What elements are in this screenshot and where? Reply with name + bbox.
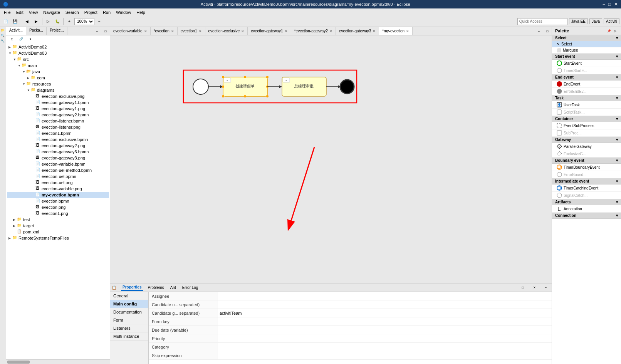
tab-evection-variable[interactable]: evection-variable ✕ [110, 27, 151, 35]
palette-item-event-subprocess[interactable]: EventSubProcess [552, 122, 621, 129]
tree-item-evection-uel-bpmn[interactable]: ▶ 📄 evection-uel.bpmn [7, 173, 109, 179]
close-icon[interactable]: ✕ [406, 29, 409, 33]
tree-item-target[interactable]: ▶ 📁 target [7, 223, 109, 229]
explorer-scrollbar[interactable] [6, 359, 110, 364]
handle-ml[interactable] [222, 86, 224, 88]
palette-section-connection[interactable]: Connection ▾ [552, 213, 621, 219]
tab-evection-gateway3[interactable]: evection-gateway3 ✕ [336, 27, 379, 35]
handle-tm[interactable] [244, 76, 246, 78]
palette-section-select[interactable]: Select ▾ [552, 35, 621, 41]
left-icon-1[interactable]: 📁 [1, 29, 5, 33]
minimize-button[interactable]: − [603, 2, 605, 7]
editor-minimize[interactable]: − [535, 27, 543, 35]
close-icon[interactable]: ✕ [373, 29, 376, 33]
menu-search[interactable]: Search [63, 10, 81, 15]
tree-item-evection-variable-png[interactable]: ▶ 🖼 evection-variable.png [7, 186, 109, 192]
priority-input[interactable] [220, 336, 550, 341]
close-icon[interactable]: ✕ [144, 29, 147, 33]
handle-bl[interactable] [222, 95, 224, 97]
properties-close[interactable]: ✕ [530, 283, 539, 292]
quick-access-input[interactable] [517, 18, 567, 25]
section-general[interactable]: General [110, 292, 148, 300]
palette-item-user-task[interactable]: 👤 UserTask [552, 101, 621, 109]
tree-item-evection-uel-method-bpmn[interactable]: ▶ 📄 evection-uel-method.bpmn [7, 167, 109, 173]
toolbar-back[interactable]: ◀ [23, 17, 31, 26]
palette-pin[interactable]: 📌 [606, 28, 612, 34]
tree-item-evection-gateway3-png[interactable]: ▶ 🖼 evection-gateway3.png [7, 155, 109, 161]
palette-item-end-event[interactable]: EndEvent [552, 81, 621, 88]
menu-project[interactable]: Project [82, 10, 100, 15]
toolbar-run[interactable]: ▷ [44, 17, 52, 26]
tab-my-evection[interactable]: *my-evection ✕ [379, 27, 413, 35]
prop-value-priority[interactable] [218, 334, 552, 342]
maximize-button[interactable]: □ [608, 2, 611, 7]
collapse-all[interactable]: ⊟ [8, 35, 16, 44]
toolbar-zoom-in[interactable]: + [65, 17, 74, 26]
palette-item-parallel-gateway[interactable]: + ParallelGateway [552, 143, 621, 150]
palette-section-gateway[interactable]: Gateway ▾ [552, 137, 621, 143]
palette-item-timer-catching[interactable]: TimerCatchingEvent [552, 185, 621, 192]
tab-evection-exclusive[interactable]: evection-exclusive ✕ [205, 27, 248, 35]
perspective-javaee[interactable]: Java EE [569, 18, 588, 24]
menu-help[interactable]: Help [134, 10, 148, 15]
close-button[interactable]: ✕ [614, 2, 618, 7]
tab-evection1[interactable]: evection1 ✕ [178, 27, 205, 35]
skip-expression-input[interactable] [220, 353, 550, 358]
editor-maximize[interactable]: □ [543, 27, 552, 35]
tree-item-evection-exclusive-bpmn[interactable]: ▶ 📄 evection-exclusive.bpmn [7, 136, 109, 143]
explorer-tab-projec[interactable]: Projec... [47, 27, 67, 35]
tree-item-pom-xml[interactable]: ▶ 📋 pom.xml [7, 229, 109, 235]
tree-item-com[interactable]: ▶ 📁 com [7, 75, 109, 81]
tree-item-evection-listener-png[interactable]: ▶ 🖼 evection-listener.png [7, 124, 109, 130]
palette-section-end-event[interactable]: End event ▾ [552, 74, 621, 81]
handle-bm[interactable] [244, 95, 246, 97]
tree-item-evection-listener-bpmn[interactable]: ▶ 📄 evection-listener.bpmn [7, 118, 109, 124]
palette-section-task[interactable]: Task ▾ [552, 95, 621, 101]
explorer-maximize[interactable]: □ [101, 27, 110, 35]
tab-evection[interactable]: *evection ✕ [151, 27, 178, 35]
tree-item-src[interactable]: ▼ 📁 src [7, 56, 109, 62]
candidate-u-input[interactable] [220, 302, 550, 307]
explorer-menu[interactable]: ▾ [26, 35, 35, 44]
perspective-activiti[interactable]: Activiti [604, 18, 619, 24]
prop-value-assignee[interactable] [218, 292, 552, 300]
prop-value-candidate-u[interactable] [218, 300, 552, 309]
handle-tl[interactable] [222, 76, 224, 78]
menu-navigate[interactable]: Navigate [41, 10, 62, 15]
section-multi-instance[interactable]: Multi instance [110, 332, 148, 341]
prop-value-form-key[interactable] [218, 317, 552, 325]
prop-value-skip-expression[interactable] [218, 351, 552, 359]
menu-run[interactable]: Run [101, 10, 113, 15]
prop-tab-errorlog[interactable]: Error Log [181, 285, 200, 290]
properties-minimize[interactable]: − [542, 283, 550, 292]
tree-item-evection-gateway1-png[interactable]: ▶ 🖼 evection-gateway1.png [7, 106, 109, 112]
menu-file[interactable]: File [2, 10, 13, 15]
toolbar-zoom-out[interactable]: − [95, 17, 104, 26]
tree-item-activitidemo02[interactable]: ▶ 📁 ActivitiDemo02 [7, 44, 109, 50]
palette-item-marquee[interactable]: ⬜ Marquee [552, 47, 621, 54]
toolbar-save[interactable]: 💾 [11, 17, 19, 26]
tree-item-remotesystemstempfiles[interactable]: ▶ 📁 RemoteSystemsTempFiles [7, 235, 109, 241]
category-input[interactable] [220, 345, 550, 349]
tree-item-my-evection-bpmn[interactable]: ▶ 📄 my-evection.bpmn [7, 192, 109, 198]
properties-maximize[interactable]: □ [519, 283, 527, 292]
prop-value-candidate-g[interactable] [218, 309, 552, 317]
tree-item-diagrams[interactable]: ▼ 📁 diagrams [7, 87, 109, 93]
tree-item-resources[interactable]: ▼ 📁 resources [7, 81, 109, 87]
bpmn-canvas-area[interactable]: ≡ 创建请假单 ≡ [110, 35, 552, 283]
assignee-input[interactable] [220, 294, 550, 299]
tree-item-evection-bpmn[interactable]: ▶ 📄 evection.bpmn [7, 198, 109, 204]
tree-item-evection1-png[interactable]: ▶ 🖼 evection1.png [7, 210, 109, 216]
menu-edit[interactable]: Edit [14, 10, 26, 15]
palette-section-boundary-event[interactable]: Boundary event ▾ [552, 158, 621, 164]
toolbar-forward[interactable]: ▶ [32, 17, 40, 26]
palette-section-intermediate[interactable]: Intermediate event ▾ [552, 178, 621, 185]
tree-item-test[interactable]: ▶ 📁 test [7, 216, 109, 223]
toolbar-new[interactable]: 📄 [2, 17, 10, 26]
tree-item-evection-uel-png[interactable]: ▶ 🖼 evection-uel.png [7, 179, 109, 186]
toolbar-debug[interactable]: 🐛 [53, 17, 62, 26]
section-form[interactable]: Form [110, 316, 148, 324]
tree-item-evection-gateway3-bpmn[interactable]: ▶ 📄 evection-gateway3.bpmn [7, 149, 109, 155]
tree-item-evection-gateway1-bpmn[interactable]: ▶ 📄 evection-gateway1.bpmn [7, 99, 109, 106]
tab-evection-gateway1[interactable]: evection-gateway1 ✕ [248, 27, 291, 35]
